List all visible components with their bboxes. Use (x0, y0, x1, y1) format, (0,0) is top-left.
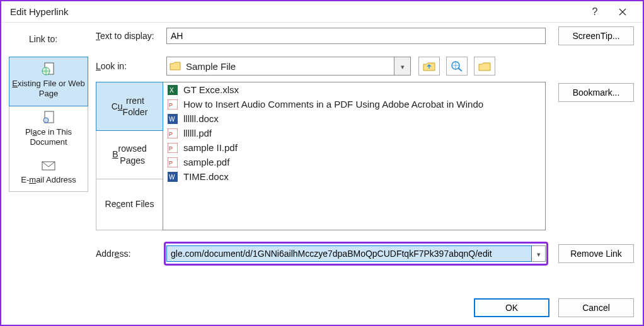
list-item[interactable]: P llllll.pdf (163, 126, 545, 140)
folder-icon (167, 62, 183, 70)
document-target-icon (41, 111, 56, 125)
tab-recent-files[interactable]: Recent Files (96, 179, 163, 228)
cancel-button[interactable]: Cancel (558, 298, 634, 317)
look-in-value: Sample File (183, 61, 394, 72)
docx-icon: W (167, 114, 178, 124)
sidebar-item-label: Existing File or Web Page (12, 79, 84, 98)
browse-web-button[interactable] (446, 57, 468, 76)
xlsx-icon: X (167, 85, 178, 95)
list-item[interactable]: W TIME.docx (163, 169, 545, 184)
sidebar-item-label: Place in This Document (25, 127, 72, 147)
file-name: sample.pdf (183, 157, 229, 167)
pdf-icon: P (167, 157, 178, 167)
file-name: llllll.pdf (183, 128, 212, 138)
address-dropdown[interactable] (532, 245, 546, 262)
screentip-button[interactable]: ScreenTip... (558, 26, 634, 45)
folder-up-icon (423, 61, 435, 71)
bookmark-button[interactable]: Bookmark... (558, 83, 634, 102)
chevron-down-icon (401, 61, 405, 71)
text-to-display-label: Text to display: (96, 31, 166, 41)
text-to-display-input[interactable] (166, 28, 546, 44)
svg-text:X: X (170, 87, 174, 94)
svg-text:P: P (169, 145, 173, 152)
sidebar-item-place-in-doc[interactable]: Place in This Document (9, 106, 88, 154)
file-name: sample II.pdf (183, 142, 238, 153)
svg-point-3 (43, 118, 49, 123)
svg-text:W: W (169, 174, 175, 181)
look-in-label: Look in: (96, 61, 166, 71)
link-to-sidebar: Existing File or Web Page Place in This … (9, 57, 88, 192)
list-item[interactable]: X GT Exce.xlsx (163, 82, 545, 97)
look-in-dropdown[interactable] (394, 57, 410, 75)
up-folder-button[interactable] (418, 57, 440, 76)
docx-icon: W (167, 172, 178, 182)
sidebar-item-existing-file[interactable]: Existing File or Web Page (9, 57, 88, 106)
chevron-down-icon (537, 249, 541, 259)
svg-text:P: P (169, 160, 173, 166)
browse-web-icon (451, 60, 463, 72)
svg-text:P: P (169, 131, 173, 137)
list-item[interactable]: W llllll.docx (163, 111, 545, 126)
file-name: TIME.docx (183, 171, 229, 182)
tab-current-folder[interactable]: CurrentFolder (96, 82, 163, 131)
pdf-icon: P (167, 128, 178, 138)
svg-text:W: W (169, 116, 175, 123)
browse-tabs: CurrentFolder BrowsedPages Recent Files (96, 82, 163, 230)
file-list[interactable]: X GT Exce.xlsx P How to Insert Audio Com… (163, 82, 546, 230)
browse-file-button[interactable] (474, 57, 495, 76)
file-name: How to Insert Audio Comments in a PDF Us… (183, 99, 483, 110)
svg-text:P: P (169, 102, 173, 108)
pdf-icon: P (167, 143, 178, 153)
titlebar: Edit Hyperlink ? (1, 1, 643, 23)
tab-browsed-pages[interactable]: BrowsedPages (96, 130, 163, 179)
address-label: Address: (96, 249, 166, 259)
list-item[interactable]: P sample.pdf (163, 155, 545, 169)
sidebar-item-email[interactable]: E-mail Address (9, 154, 88, 191)
address-input[interactable] (166, 245, 532, 262)
globe-page-icon (40, 62, 57, 76)
edit-hyperlink-dialog: Edit Hyperlink ? Link to: Existing File … (0, 0, 644, 326)
help-button[interactable]: ? (581, 1, 609, 23)
file-name: llllll.docx (183, 113, 219, 124)
email-icon (41, 159, 56, 172)
close-button[interactable] (609, 1, 636, 23)
ok-button[interactable]: OK (474, 298, 549, 317)
window-title: Edit Hyperlink (8, 6, 581, 17)
list-item[interactable]: P sample II.pdf (163, 140, 545, 155)
sidebar-item-label: E-mail Address (21, 175, 76, 184)
folder-open-icon (478, 61, 491, 71)
pdf-icon: P (167, 99, 178, 110)
list-item[interactable]: P How to Insert Audio Comments in a PDF … (163, 97, 545, 111)
file-name: GT Exce.xlsx (183, 84, 239, 95)
remove-link-button[interactable]: Remove Link (558, 244, 634, 263)
look-in-combo[interactable]: Sample File (166, 57, 411, 76)
close-icon (619, 8, 626, 16)
